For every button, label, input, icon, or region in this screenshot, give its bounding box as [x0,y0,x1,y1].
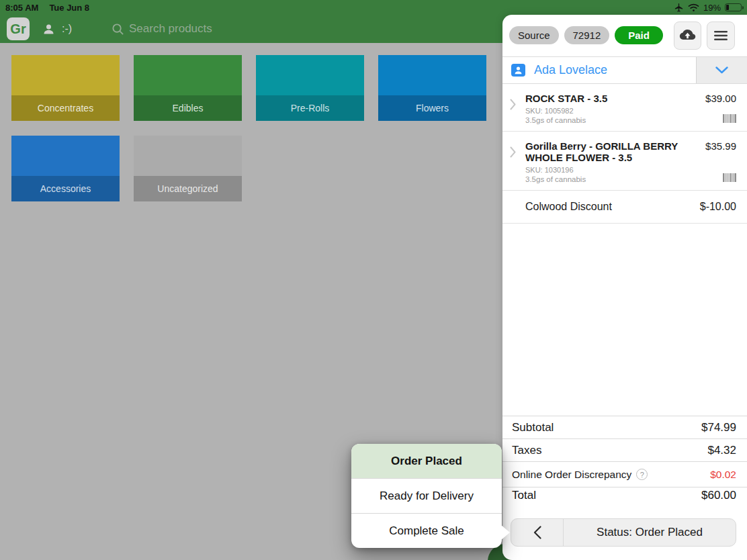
cloud-upload-icon [678,28,697,42]
category-tile-image [134,136,242,176]
category-tile-pre-rolls[interactable]: Pre-Rolls [256,55,364,121]
category-tile-flowers[interactable]: Flowers [378,55,486,121]
category-tile-image [134,55,242,95]
app-header: Gr :-) Search products [0,15,502,43]
status-date: Tue Jun 8 [49,3,89,13]
popover-option-order-placed[interactable]: Order Placed [351,444,502,478]
taxes-label: Taxes [512,444,541,457]
cloud-upload-button[interactable] [674,21,702,50]
barcode-icon [723,114,736,123]
order-status-popover: Order Placed Ready for Delivery Complete… [351,444,502,548]
category-tile-image [256,55,364,95]
ios-status-bar: 8:05 AM Tue Jun 8 19% [0,0,747,15]
chevron-down-icon [715,66,728,74]
category-tile-label: Uncategorized [134,176,242,201]
item-sku: SKU: 1030196 [525,166,736,174]
status-button[interactable]: Status: Order Placed [564,519,736,546]
order-status-control: Status: Order Placed [511,518,736,547]
category-tile-accessories[interactable]: Accessories [11,136,120,201]
cart-items-list: ROCK STAR - 3.5 $39.00 SKU: 1005982 3.5g… [502,84,747,224]
popover-option-complete-sale[interactable]: Complete Sale [351,514,502,548]
total-label: Total [512,489,536,502]
customer-name: Ada Lovelace [534,63,607,77]
popover-option-ready-for-delivery[interactable]: Ready for Delivery [351,478,502,514]
item-description: 3.5gs of cannabis [525,175,736,183]
help-icon[interactable]: ? [636,469,648,480]
customer-expand-button[interactable] [696,57,747,83]
subtotal-label: Subtotal [512,421,554,434]
item-sku: SKU: 1005982 [525,107,736,115]
customer-select[interactable]: Ada Lovelace [502,63,696,77]
cart-menu-button[interactable] [707,21,735,50]
taxes-value: $4.32 [707,444,736,457]
total-row: Total $60.00 [512,489,736,502]
status-back-button[interactable] [511,519,564,546]
category-tile-label: Concentrates [11,95,120,121]
category-tile-image [378,55,486,95]
discount-label: Colwood Discount [525,201,612,213]
chevron-right-icon [510,146,516,158]
hamburger-menu-icon [713,30,728,41]
item-name: ROCK STAR - 3.5 [525,93,692,104]
category-tile-edibles[interactable]: Edibles [134,55,242,121]
wifi-icon [688,3,699,12]
battery-percent-label: 19% [703,3,721,13]
category-tile-label: Accessories [11,176,120,201]
category-tile-label: Edibles [134,95,242,121]
search-icon [112,23,124,36]
popover-arrow [501,525,510,540]
total-value: $60.00 [701,489,736,502]
cart-item-row[interactable]: Gorilla Berry - GORILLA BERRY WHOLE FLOW… [502,132,747,191]
taxes-row: Taxes $4.32 [502,438,747,461]
cart-item-row[interactable]: ROCK STAR - 3.5 $39.00 SKU: 1005982 3.5g… [502,84,747,132]
cart-panel: Source 72912 Paid Ada Lovelace [502,15,747,560]
item-name: Gorilla Berry - GORILLA BERRY WHOLE FLOW… [525,140,692,163]
discrepancy-label: Online Order Discrepancy [512,469,631,481]
subtotal-row: Subtotal $74.99 [502,416,747,438]
item-price: $35.99 [705,140,736,152]
category-tile-label: Flowers [378,95,486,121]
queue-smiley-label[interactable]: :-) [62,23,72,35]
customer-row: Ada Lovelace [502,56,747,84]
cart-header: Source 72912 Paid [502,15,747,50]
payment-status-badge[interactable]: Paid [615,26,663,44]
item-description: 3.5gs of cannabis [525,116,736,124]
category-tile-image [11,136,120,176]
status-time: 8:05 AM [5,3,38,13]
item-price: $39.00 [705,93,736,104]
battery-icon [725,3,742,11]
subtotal-value: $74.99 [701,421,736,434]
barcode-icon [723,173,736,182]
discount-amount: $-10.00 [700,201,736,213]
airplane-mode-icon [674,3,684,13]
chevron-left-icon [533,526,541,539]
category-tile-label: Pre-Rolls [256,95,364,121]
greenline-logo[interactable]: Gr [7,17,30,40]
order-source-badge[interactable]: Source [509,26,559,44]
totals-section: Subtotal $74.99 Taxes $4.32 Online Order… [502,416,747,487]
category-tile-image [11,55,120,95]
chevron-right-icon [510,99,516,110]
search-input[interactable]: Search products [129,22,212,36]
contact-card-icon [511,64,525,77]
customer-person-icon[interactable] [42,22,56,36]
discrepancy-row: Online Order Discrepancy ? $0.02 [502,461,747,487]
category-tile-uncategorized[interactable]: Uncategorized [134,136,242,201]
order-number-badge[interactable]: 72912 [564,26,610,44]
category-tile-concentrates[interactable]: Concentrates [11,55,120,121]
discount-row[interactable]: Colwood Discount $-10.00 [502,191,747,224]
app-screen: 8:05 AM Tue Jun 8 19% Gr :-) Search prod… [0,0,747,560]
discrepancy-value: $0.02 [710,469,736,481]
